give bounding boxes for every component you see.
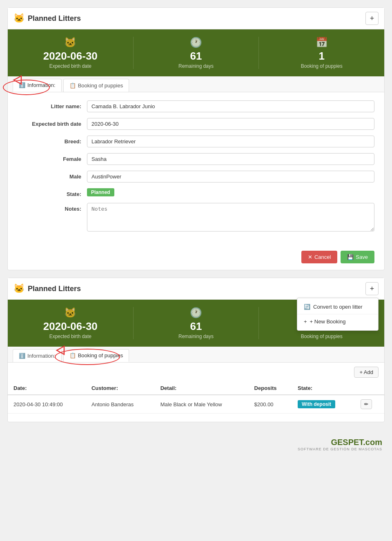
- birth-date-label-2: Expected birth date: [49, 334, 91, 339]
- remaining-value-2: 61: [134, 320, 259, 333]
- stat-remaining-days-2: 🕐 61 Remaining days: [134, 307, 259, 339]
- tab-bar-top: ℹ️ Information: 📋 Booking of puppies: [8, 76, 384, 92]
- save-button[interactable]: 💾 Save: [341, 251, 374, 263]
- tab-information-top[interactable]: ℹ️ Information:: [13, 79, 62, 92]
- table-row: 2020-04-30 10:49:00 Antonio Banderas Mal…: [8, 395, 384, 414]
- col-actions: [355, 382, 384, 395]
- header-title-bottom: 🐱 Planned Litters: [13, 283, 81, 294]
- booking-icon-bottom: 📋: [69, 352, 76, 358]
- breed-input[interactable]: [87, 136, 374, 147]
- birth-date-icon: 🐱: [8, 37, 133, 48]
- brand-name: GESPET.com: [331, 438, 382, 447]
- breed-field: [87, 136, 374, 147]
- dropdown-convert[interactable]: 🔄 Convert to open litter: [297, 300, 378, 314]
- form-row-litter-name: Litter name:: [18, 100, 374, 112]
- tab-area-top: ℹ️ Information: 📋 Booking of puppies: [8, 76, 384, 92]
- cancel-label: Cancel: [314, 254, 331, 260]
- notes-field: [87, 203, 374, 233]
- table-add-button[interactable]: + Add: [354, 367, 379, 378]
- tab-info-label-top: Information:: [27, 82, 56, 88]
- save-label: Save: [356, 254, 368, 260]
- remaining-icon-2: 🕐: [134, 307, 259, 318]
- dropdown-new-booking[interactable]: + + New Booking: [297, 314, 378, 329]
- female-label: Female: [18, 153, 87, 162]
- litter-name-label: Litter name:: [18, 100, 87, 109]
- birth-date-form-label: Expected birth date: [18, 118, 87, 127]
- edit-row-button[interactable]: ✏: [361, 399, 372, 409]
- litter-name-field: [87, 100, 374, 112]
- cat-icon-top: 🐱: [13, 13, 24, 24]
- bookings-table: Date: Customer: Detail: Deposits State: …: [8, 382, 384, 414]
- birth-date-value-2: 2020-06-30: [8, 320, 133, 333]
- notes-textarea[interactable]: [87, 203, 374, 232]
- header-title-top: 🐱 Planned Litters: [13, 13, 81, 24]
- tab-booking-label-bottom: Booking of puppies: [78, 352, 123, 358]
- form-actions: ✕ Cancel 💾 Save: [8, 247, 384, 270]
- page-title-top: Planned Litters: [28, 14, 81, 23]
- form-section: Litter name: Expected birth date Breed: …: [8, 92, 384, 247]
- tab-booking-top[interactable]: 📋 Booking of puppies: [63, 79, 129, 92]
- page-header-top: 🐱 Planned Litters +: [8, 8, 384, 29]
- convert-icon: 🔄: [304, 304, 310, 310]
- cancel-icon: ✕: [308, 254, 312, 260]
- convert-label: Convert to open litter: [313, 304, 363, 310]
- state-badge: Planned: [87, 188, 114, 196]
- cell-deposits: $200.00: [249, 395, 292, 414]
- female-input[interactable]: [87, 153, 374, 165]
- section-bottom: 🐱 Planned Litters + 🔄 Convert to open li…: [7, 278, 385, 422]
- col-detail: Detail:: [155, 382, 249, 395]
- male-label: Male: [18, 171, 87, 180]
- cell-edit: ✏: [355, 395, 384, 414]
- table-actions: + Add: [8, 363, 384, 382]
- remaining-icon: 🕐: [134, 37, 259, 48]
- cell-date: 2020-04-30 10:49:00: [8, 395, 86, 414]
- col-customer: Customer:: [86, 382, 155, 395]
- remaining-value: 61: [134, 50, 259, 62]
- form-row-birth-date: Expected birth date: [18, 118, 374, 130]
- tab-booking-label-top: Booking of puppies: [78, 82, 123, 89]
- tab-information-bottom[interactable]: ℹ️ Information:: [13, 349, 62, 362]
- cell-customer: Antonio Banderas: [86, 395, 155, 414]
- tab-booking-bottom[interactable]: 📋 Booking of puppies: [63, 349, 129, 362]
- cancel-button[interactable]: ✕ Cancel: [301, 251, 337, 263]
- remaining-label-2: Remaining days: [178, 334, 214, 339]
- cell-state: With deposit: [292, 395, 355, 414]
- birth-date-input[interactable]: [87, 118, 374, 130]
- breed-label: Breed:: [18, 136, 87, 145]
- tab-info-label-bottom: Information:: [27, 353, 56, 359]
- add-button-bottom[interactable]: +: [365, 282, 379, 295]
- bookings-label: Booking of puppies: [301, 63, 343, 69]
- bookings-icon: 📅: [259, 37, 384, 48]
- stats-bar-top: 🐱 2020-06-30 Expected birth date 🕐 61 Re…: [8, 29, 384, 76]
- deposit-state-badge: With deposit: [298, 400, 335, 408]
- male-input[interactable]: [87, 171, 374, 183]
- stat-birth-date-2: 🐱 2020-06-30 Expected birth date: [8, 307, 134, 339]
- litter-name-input[interactable]: [87, 100, 374, 112]
- stat-bookings: 📅 1 Booking of puppies: [259, 37, 384, 69]
- add-button-top[interactable]: +: [365, 12, 379, 25]
- new-booking-label: + New Booking: [310, 318, 346, 325]
- form-row-breed: Breed:: [18, 136, 374, 147]
- birth-date-label: Expected birth date: [49, 63, 91, 69]
- stat-remaining-days: 🕐 61 Remaining days: [134, 37, 259, 69]
- state-field: Planned: [87, 188, 374, 196]
- tab-bar-bottom: ℹ️ Information: 📋 Booking of puppies: [8, 347, 384, 363]
- notes-label: Notes:: [18, 203, 87, 212]
- state-label: State:: [18, 188, 87, 197]
- page-header-bottom: 🐱 Planned Litters + 🔄 Convert to open li…: [8, 278, 384, 300]
- page-title-bottom: Planned Litters: [28, 285, 81, 293]
- form-row-male: Male: [18, 171, 374, 183]
- section-top: 🐱 Planned Litters + 🐱 2020-06-30 Expecte…: [7, 7, 385, 270]
- new-booking-icon: +: [304, 318, 307, 325]
- form-row-notes: Notes:: [18, 203, 374, 233]
- bookings-value: 1: [259, 50, 384, 62]
- col-state: State:: [292, 382, 355, 395]
- stat-birth-date: 🐱 2020-06-30 Expected birth date: [8, 37, 134, 69]
- dropdown-menu: 🔄 Convert to open litter + + New Booking: [297, 298, 379, 331]
- footer: GESPET.com Software de gestión de mascot…: [0, 430, 392, 455]
- booking-icon-top: 📋: [69, 82, 76, 89]
- add-dropdown-wrapper: + 🔄 Convert to open litter + + New Booki…: [365, 282, 379, 295]
- birth-date-icon-2: 🐱: [8, 307, 133, 318]
- tab-area-bottom: ℹ️ Information: 📋 Booking of puppies: [8, 347, 384, 363]
- col-date: Date:: [8, 382, 86, 395]
